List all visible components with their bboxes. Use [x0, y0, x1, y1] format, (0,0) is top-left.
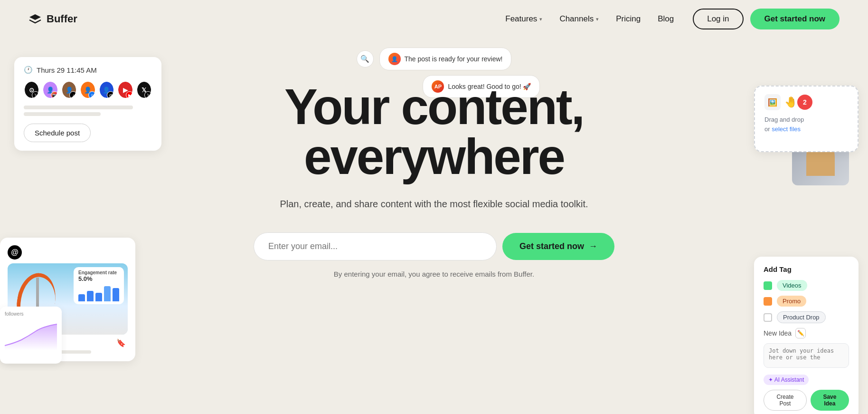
login-button[interactable]: Log in [693, 9, 743, 29]
search-icon: 🔍 [357, 50, 374, 67]
bar-chart [78, 282, 119, 301]
chat-bubble-review: 👤 The post is ready for your review! [379, 48, 512, 70]
schedule-panel: 🕐 Thurs 29 11:45 AM ⊙ 𝕏 👤 📷 👤 ♪ 👤 f 👤 [14, 57, 161, 151]
arrow-right-icon: → [589, 241, 597, 251]
nav-links: Features ▾ Channels ▾ Pricing Blog [505, 14, 674, 24]
buffer-logo-icon [28, 12, 42, 26]
schedule-post-button[interactable]: Schedule post [24, 124, 91, 142]
tag-checkbox-videos[interactable] [764, 281, 772, 290]
logo-text: Buffer [47, 13, 77, 25]
threads-icon: @ [107, 91, 114, 99]
avatar: 👤 [388, 53, 401, 65]
hero-subheading: Plan, create, and share content with the… [280, 199, 588, 210]
hero-section: 🔍 👤 The post is ready for your review! A… [0, 38, 868, 414]
nav-link-features[interactable]: Features ▾ [505, 14, 542, 24]
tag-row-videos: Videos [764, 280, 849, 291]
chevron-down-icon: ▾ [539, 16, 542, 22]
get-started-hero-button[interactable]: Get started now → [502, 233, 614, 260]
new-idea-label: New Idea [764, 329, 792, 337]
facebook-icon: f [88, 91, 96, 99]
twitter-icon: 𝕏 [32, 91, 39, 99]
tiktok-icon: ♪ [69, 91, 77, 99]
save-idea-button[interactable]: Save Idea [811, 390, 849, 411]
upload-panel: 🖼️ 🤚 2 Drag and drop or select files [754, 86, 859, 152]
idea-textarea[interactable] [764, 343, 849, 368]
select-files-link[interactable]: select files [772, 125, 801, 133]
hand-icon: 🤚 [784, 96, 797, 108]
add-tag-panel: Add Tag Videos Promo Product Drop New Id… [754, 257, 859, 414]
avatar: ▶ ▶ [117, 81, 133, 99]
tag-videos: Videos [777, 280, 807, 291]
nav-link-blog[interactable]: Blog [658, 14, 674, 24]
nav-link-channels[interactable]: Channels ▾ [559, 14, 599, 24]
avatar: 👤 f [80, 81, 95, 99]
nav-actions: Log in Get started now [693, 9, 840, 29]
edit-icon: ✏️ [795, 328, 806, 338]
clock-icon: 🕐 [24, 66, 33, 74]
avatar: 👤 📷 [42, 81, 58, 99]
instagram-icon: 📷 [51, 91, 58, 99]
hero-form: Get started now → [254, 232, 614, 260]
get-started-nav-button[interactable]: Get started now [750, 9, 840, 29]
tag-promo: Promo [777, 296, 806, 307]
avatar: 👤 @ [99, 81, 114, 99]
content-preview [24, 106, 152, 116]
add-tag-title: Add Tag [764, 265, 849, 273]
navigation: Buffer Features ▾ Channels ▾ Pricing Blo… [0, 0, 868, 38]
tag-row-promo: Promo [764, 296, 849, 307]
threads-app-icon: @ [8, 245, 22, 260]
chevron-down-icon: ▾ [596, 16, 599, 22]
tag-product-drop: Product Drop [777, 311, 826, 323]
engagement-badge: Engagement rate 5.0% [74, 267, 124, 304]
youtube-icon: ▶ [126, 91, 133, 99]
chat-bubble-area: 🔍 👤 The post is ready for your review! A… [357, 48, 512, 70]
new-idea-row: New Idea ✏️ [764, 328, 849, 338]
image-upload-icon: 🖼️ [764, 94, 781, 110]
avatar: ⊙ 𝕏 [24, 81, 39, 99]
twitter-icon: 𝕏 [144, 91, 152, 99]
tag-checkbox-promo[interactable] [764, 297, 772, 306]
hero-heading: Your content, everywhere [284, 82, 584, 182]
nav-link-pricing[interactable]: Pricing [616, 14, 641, 24]
bookmark-icon: 🔖 [116, 338, 126, 347]
panel-avatars: ⊙ 𝕏 👤 📷 👤 ♪ 👤 f 👤 @ ▶ ▶ [24, 81, 152, 99]
schedule-time: 🕐 Thurs 29 11:45 AM [24, 66, 152, 74]
panel-right-actions: Create Post Save Idea [764, 390, 849, 411]
hero-disclaimer: By entering your email, you agree to rec… [334, 270, 534, 278]
followers-chart: followers [0, 307, 62, 364]
tag-row-product-drop: Product Drop [764, 311, 849, 323]
logo: Buffer [28, 12, 77, 26]
email-input[interactable] [254, 232, 497, 260]
ai-assistant-chip[interactable]: ✦ AI Assistant [764, 375, 809, 385]
upload-instructions: Drag and drop or select files [764, 115, 848, 134]
area-chart-svg [5, 319, 57, 353]
avatar: 𝕏 𝕏 [136, 81, 152, 99]
create-post-button[interactable]: Create Post [764, 390, 807, 411]
tag-checkbox-product-drop[interactable] [764, 313, 772, 322]
avatar: 👤 ♪ [61, 81, 77, 99]
notification-badge: 2 [797, 95, 812, 110]
